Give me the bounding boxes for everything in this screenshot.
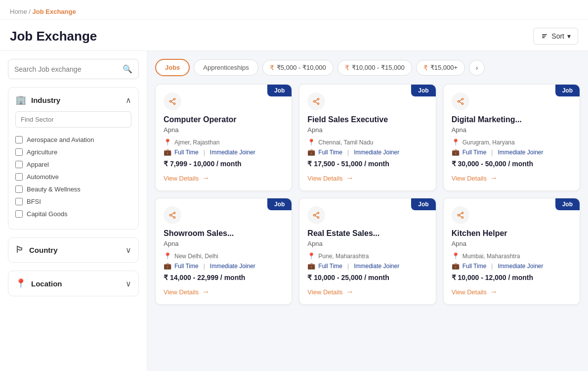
sort-chevron-icon: ▾ xyxy=(567,32,571,40)
sector-list-item[interactable]: BFSI xyxy=(15,195,131,208)
job-location: Ajmer, Rajasthan xyxy=(174,139,219,146)
job-company: Apna xyxy=(164,126,284,134)
share-button[interactable] xyxy=(452,206,469,224)
rupee-symbol-icon: ₹ xyxy=(345,64,349,72)
breadcrumb: Home / Job Exchange xyxy=(0,0,588,20)
sector-checkbox[interactable] xyxy=(15,136,23,143)
arrow-right-icon: → xyxy=(202,174,210,183)
share-icon xyxy=(312,97,320,105)
sector-checkbox[interactable] xyxy=(15,173,23,181)
view-details-button[interactable]: View Details → xyxy=(307,174,353,183)
job-salary: ₹ 17,500 - 51,000 / month xyxy=(307,160,427,168)
briefcase-icon: 💼 xyxy=(307,262,315,270)
share-icon xyxy=(457,97,464,105)
salary-filter-tag[interactable]: ₹₹5,000 - ₹10,000 xyxy=(262,60,334,76)
job-location-meta: 📍 New Delhi, Delhi xyxy=(164,252,284,260)
share-button[interactable] xyxy=(164,206,181,224)
main-content: JobsApprenticeships₹₹5,000 - ₹10,000₹₹10… xyxy=(147,51,588,371)
job-location: Mumbai, Maharashtra xyxy=(462,253,520,260)
job-type: Full Time xyxy=(462,149,487,156)
job-location-meta: 📍 Gurugram, Haryana xyxy=(452,139,572,146)
sidebar: 🔍 🏢 Industry ∧ Aerospace and AviationAgr… xyxy=(0,51,147,371)
main-layout: 🔍 🏢 Industry ∧ Aerospace and AviationAgr… xyxy=(0,51,588,371)
job-card: Job Field Sales Executive Apna 📍 Chennai… xyxy=(299,84,436,191)
pipe-separator: | xyxy=(204,149,205,156)
share-button[interactable] xyxy=(307,93,325,110)
salary-range-label: ₹5,000 - ₹10,000 xyxy=(277,64,326,71)
breadcrumb-separator: / xyxy=(29,8,32,15)
job-company: Apna xyxy=(164,240,284,247)
sector-list-item[interactable]: Automotive xyxy=(15,171,131,183)
sector-list-item[interactable]: Apparel xyxy=(15,158,131,171)
job-title: Real Estate Sales... xyxy=(307,229,427,238)
view-details-label: View Details xyxy=(307,288,342,296)
sector-list-item[interactable]: Agriculture xyxy=(15,146,131,158)
job-card: Job Kitchen Helper Apna 📍 Mumbai, Mahara… xyxy=(443,198,580,305)
view-details-button[interactable]: View Details → xyxy=(452,174,498,183)
salary-range-label: ₹10,000 - ₹15,000 xyxy=(352,64,405,71)
job-salary: ₹ 30,000 - 50,000 / month xyxy=(452,160,572,168)
share-button[interactable] xyxy=(452,93,469,110)
job-card: Job Real Estate Sales... Apna 📍 Pune, Ma… xyxy=(299,198,436,305)
sector-list-item[interactable]: Capital Goods xyxy=(15,208,131,220)
search-input[interactable] xyxy=(14,65,123,73)
salary-filter-tag[interactable]: ₹₹15,000+ xyxy=(416,60,465,76)
sector-search-input[interactable] xyxy=(15,111,131,128)
svg-line-17 xyxy=(459,102,462,103)
view-details-label: View Details xyxy=(164,175,199,182)
sector-checkbox[interactable] xyxy=(15,198,23,205)
sort-button[interactable]: Sort ▾ xyxy=(533,28,578,45)
tabs-next-arrow[interactable]: › xyxy=(469,60,485,76)
tab-apprenticeships[interactable]: Apprenticeships xyxy=(194,59,258,76)
location-label: Location xyxy=(31,279,62,288)
job-badge: Job xyxy=(267,198,292,210)
breadcrumb-current: Job Exchange xyxy=(33,8,76,15)
job-badge: Job xyxy=(411,85,435,96)
pipe-separator: | xyxy=(204,263,205,270)
job-type-meta: 💼 Full Time | Immediate Joiner xyxy=(307,262,427,270)
sector-checkbox[interactable] xyxy=(15,210,23,218)
job-location: New Delhi, Delhi xyxy=(174,253,218,260)
country-chevron-icon: ∨ xyxy=(126,245,131,255)
sector-label: Automotive xyxy=(27,173,59,181)
sector-checkbox[interactable] xyxy=(15,148,23,156)
salary-range-label: ₹15,000+ xyxy=(430,64,458,71)
job-joiner: Immediate Joiner xyxy=(210,149,255,156)
share-button[interactable] xyxy=(307,206,325,224)
sector-list-item[interactable]: Aerospace and Aviation xyxy=(15,134,131,146)
view-details-button[interactable]: View Details → xyxy=(164,174,210,183)
job-title: Kitchen Helper xyxy=(452,229,572,238)
job-type: Full Time xyxy=(318,149,342,156)
view-details-button[interactable]: View Details → xyxy=(307,287,353,296)
search-icon: 🔍 xyxy=(123,64,132,74)
tab-jobs[interactable]: Jobs xyxy=(155,59,190,76)
svg-line-27 xyxy=(315,216,318,217)
country-filter-header[interactable]: 🏳 Country ∨ xyxy=(15,245,131,255)
job-badge: Job xyxy=(555,85,580,96)
job-location: Pune, Maharashtra xyxy=(318,253,369,260)
sector-checkbox[interactable] xyxy=(15,161,23,168)
job-location-meta: 📍 Mumbai, Maharashtra xyxy=(452,252,572,260)
share-button[interactable] xyxy=(164,93,181,110)
job-type-meta: 💼 Full Time | Immediate Joiner xyxy=(164,148,284,156)
sector-checkbox[interactable] xyxy=(15,186,23,193)
breadcrumb-home[interactable]: Home xyxy=(10,8,27,15)
location-filter-header[interactable]: 📍 Location ∨ xyxy=(15,278,131,289)
svg-line-32 xyxy=(459,216,462,217)
sector-list-item[interactable]: Beauty & Wellness xyxy=(15,183,131,195)
industry-filter-header[interactable]: 🏢 Industry ∧ xyxy=(15,94,131,105)
view-details-button[interactable]: View Details → xyxy=(164,287,210,296)
job-title: Computer Operator xyxy=(164,115,284,124)
location-icon: 📍 xyxy=(15,278,26,289)
view-details-button[interactable]: View Details → xyxy=(452,287,498,296)
job-company: Apna xyxy=(307,126,427,134)
job-badge: Job xyxy=(411,198,435,210)
location-pin-icon: 📍 xyxy=(307,139,315,146)
job-salary: ₹ 7,999 - 10,000 / month xyxy=(164,160,284,168)
job-card: Job Digital Marketing... Apna 📍 Gurugram… xyxy=(443,84,580,191)
job-company: Apna xyxy=(452,126,572,134)
salary-filter-tag[interactable]: ₹₹10,000 - ₹15,000 xyxy=(337,60,412,76)
location-chevron-icon: ∨ xyxy=(126,279,131,288)
job-type-meta: 💼 Full Time | Immediate Joiner xyxy=(307,148,427,156)
view-details-label: View Details xyxy=(452,175,487,182)
